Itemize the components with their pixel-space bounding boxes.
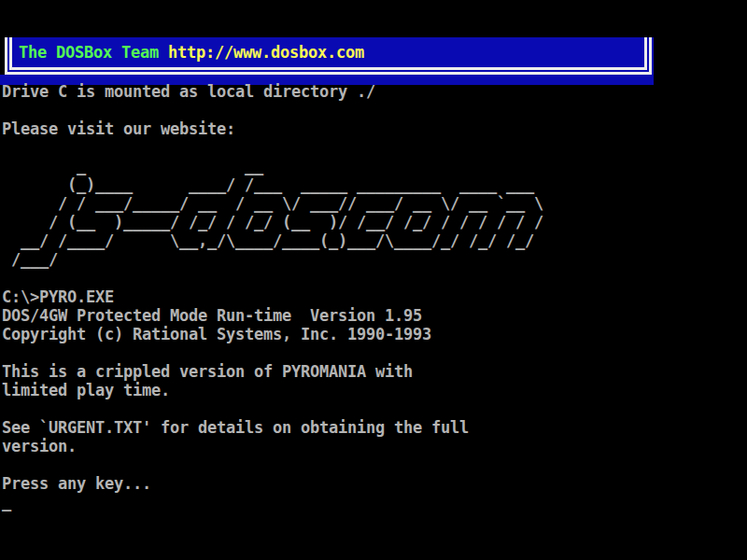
console-output[interactable]: Drive C is mounted as local directory ./… [2, 82, 543, 493]
dosbox-team-label: The DOSBox Team [19, 43, 168, 62]
dosbox-url: http://www.dosbox.com [168, 43, 364, 62]
text-cursor: _ [2, 493, 11, 511]
banner-text: The DOSBox Team http://www.dosbox.com [19, 43, 364, 62]
dosbox-screen[interactable]: The DOSBox Team http://www.dosbox.com Dr… [0, 0, 747, 560]
